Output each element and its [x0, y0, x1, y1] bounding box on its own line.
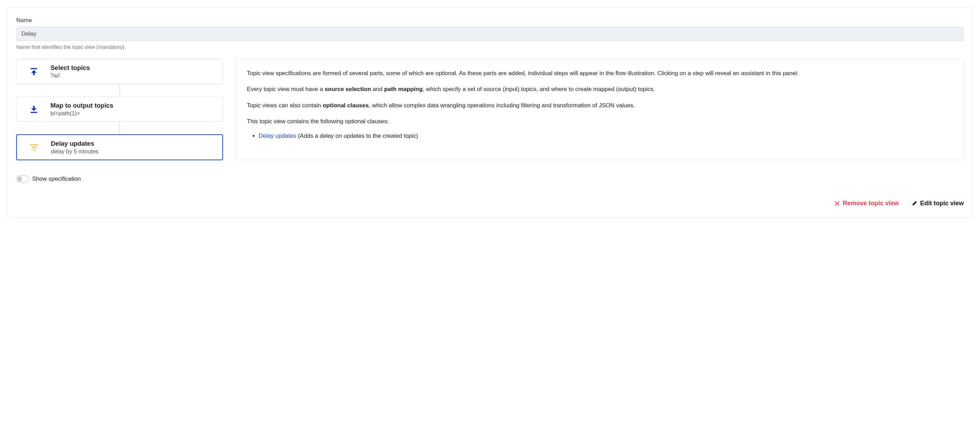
optional-clause-list: Delay updates (Adds a delay on updates t…: [247, 131, 952, 140]
name-label: Name: [16, 17, 964, 24]
content-row: Select topics ?a// Map to output topics …: [16, 59, 964, 160]
svg-rect-0: [31, 68, 37, 69]
flow-step-delay-updates[interactable]: Delay updates delay by 5 minutes: [16, 134, 223, 160]
show-spec-toggle[interactable]: [16, 176, 29, 182]
toggle-knob: [17, 177, 22, 181]
filter-icon: [27, 143, 41, 152]
upload-icon: [27, 67, 41, 77]
show-spec-toggle-wrap: Show specification: [16, 176, 81, 182]
info-paragraph: This topic view contains the following o…: [247, 117, 952, 126]
svg-rect-1: [31, 112, 37, 113]
delay-updates-link[interactable]: Delay updates: [259, 132, 296, 139]
actions-row: Remove topic view Edit topic view: [16, 200, 964, 207]
svg-rect-2: [30, 144, 38, 145]
flow-step-sub: ?a//: [51, 72, 216, 79]
name-hint: Name that identifies the topic view (man…: [16, 44, 964, 50]
info-paragraph: Topic views can also contain optional cl…: [247, 101, 952, 110]
flow-step-title: Delay updates: [51, 140, 216, 147]
flow-connector: [119, 122, 120, 134]
flow-column: Select topics ?a// Map to output topics …: [16, 59, 223, 160]
optional-clause-item: Delay updates (Adds a delay on updates t…: [259, 131, 952, 140]
info-paragraph: Topic view specifications are formed of …: [247, 69, 952, 78]
footer-row: Show specification: [16, 176, 964, 182]
flow-connector: [119, 84, 120, 97]
info-paragraph: Every topic view must have a source sele…: [247, 85, 952, 94]
flow-step-title: Select topics: [51, 64, 216, 72]
flow-step-title: Map to output topics: [51, 102, 216, 109]
info-panel: Topic view specifications are formed of …: [235, 59, 964, 160]
download-icon: [27, 105, 41, 114]
show-spec-label: Show specification: [32, 176, 81, 182]
close-icon: [834, 201, 840, 206]
svg-rect-4: [33, 149, 36, 150]
flow-step-select-topics[interactable]: Select topics ?a//: [16, 59, 223, 84]
flow-step-sub: b/<path(1)>: [51, 110, 216, 117]
svg-rect-3: [32, 147, 37, 148]
name-input[interactable]: [16, 27, 964, 41]
edit-topic-view-button[interactable]: Edit topic view: [912, 200, 964, 207]
topic-view-editor: Name Name that identifies the topic view…: [7, 7, 973, 218]
pencil-icon: [912, 200, 917, 206]
flow-step-sub: delay by 5 minutes: [51, 148, 216, 155]
remove-topic-view-button[interactable]: Remove topic view: [834, 200, 899, 207]
flow-step-map-output[interactable]: Map to output topics b/<path(1)>: [16, 97, 223, 122]
